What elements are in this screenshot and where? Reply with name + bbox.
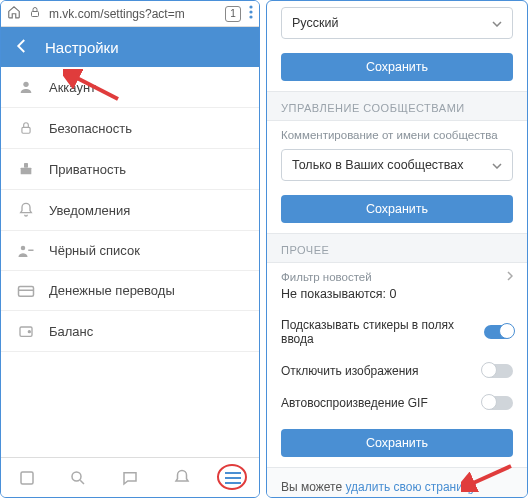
save-button[interactable]: Сохранить xyxy=(281,195,513,223)
sidebar-item-blacklist[interactable]: Чёрный список xyxy=(1,231,259,271)
item-label: Баланс xyxy=(49,324,93,339)
home-icon[interactable] xyxy=(7,5,21,22)
card-icon xyxy=(17,284,35,298)
back-arrow-icon[interactable] xyxy=(13,37,31,58)
page-title: Настройки xyxy=(45,39,119,56)
tab-count-badge[interactable]: 1 xyxy=(225,6,241,22)
sidebar-item-money[interactable]: Денежные переводы xyxy=(1,271,259,311)
select-value: Только в Ваших сообществах xyxy=(292,158,464,172)
svg-point-11 xyxy=(28,331,30,333)
chevron-down-icon xyxy=(492,158,502,172)
item-label: Аккаунт xyxy=(49,80,96,95)
nav-search-icon[interactable] xyxy=(68,469,88,487)
svg-point-3 xyxy=(249,15,252,18)
svg-rect-12 xyxy=(21,472,33,484)
svg-rect-0 xyxy=(32,12,39,17)
svg-point-13 xyxy=(72,472,81,481)
item-label: Денежные переводы xyxy=(49,283,175,298)
svg-rect-6 xyxy=(21,168,32,175)
section-other: ПРОЧЕЕ xyxy=(267,233,527,263)
item-label: Приватность xyxy=(49,162,126,177)
address-bar: m.vk.com/settings?act=m 1 xyxy=(1,1,259,27)
item-label: Чёрный список xyxy=(49,243,140,258)
blacklist-icon xyxy=(17,244,35,258)
svg-point-4 xyxy=(23,82,28,87)
toggle-gif[interactable]: Автовоспроизведение GIF xyxy=(267,387,527,419)
save-button[interactable]: Сохранить xyxy=(281,429,513,457)
svg-point-8 xyxy=(21,245,26,250)
toggle-switch[interactable] xyxy=(484,325,513,339)
sidebar-item-account[interactable]: Аккаунт xyxy=(1,67,259,108)
nav-menu-icon[interactable] xyxy=(223,471,243,485)
left-phone: m.vk.com/settings?act=m 1 Настройки Акка… xyxy=(0,0,260,498)
toggle-stickers[interactable]: Подсказывать стикеры в полях ввода xyxy=(267,309,527,355)
url-text[interactable]: m.vk.com/settings?act=m xyxy=(49,7,217,21)
svg-rect-9 xyxy=(19,286,34,296)
lock-icon xyxy=(29,6,41,21)
delete-page-link[interactable]: удалить свою страницу. xyxy=(345,480,478,494)
user-icon xyxy=(17,79,35,95)
svg-rect-5 xyxy=(22,127,30,133)
nav-messages-icon[interactable] xyxy=(120,469,140,487)
comment-select[interactable]: Только в Ваших сообществах xyxy=(281,149,513,181)
language-select[interactable]: Русский xyxy=(281,7,513,39)
svg-point-2 xyxy=(249,10,252,13)
toggle-images[interactable]: Отключить изображения xyxy=(267,355,527,387)
svg-point-1 xyxy=(249,5,252,8)
chevron-down-icon xyxy=(492,16,502,30)
toggle-switch[interactable] xyxy=(483,396,513,410)
comment-label: Комментирование от имени сообщества xyxy=(267,121,527,145)
nav-notif-icon[interactable] xyxy=(172,469,192,487)
browser-menu-icon[interactable] xyxy=(249,5,253,22)
sidebar-item-security[interactable]: Безопасность xyxy=(1,108,259,149)
item-label: Уведомления xyxy=(49,203,130,218)
save-button[interactable]: Сохранить xyxy=(281,53,513,81)
settings-header: Настройки xyxy=(1,27,259,67)
nav-news-icon[interactable] xyxy=(17,469,37,487)
svg-rect-7 xyxy=(24,163,28,168)
bell-icon xyxy=(17,202,35,218)
chevron-right-icon xyxy=(507,271,513,283)
settings-list: Аккаунт Безопасность Приватность Уведомл… xyxy=(1,67,259,457)
filter-value[interactable]: Не показываются: 0 xyxy=(267,287,527,309)
delete-page-footer: Вы можете удалить свою страницу. xyxy=(267,467,527,498)
lock-icon xyxy=(17,120,35,136)
filter-label: Фильтр новостей xyxy=(267,263,527,287)
right-phone: Русский Сохранить УПРАВЛЕНИЕ СООБЩЕСТВАМ… xyxy=(266,0,528,498)
sidebar-item-privacy[interactable]: Приватность xyxy=(1,149,259,190)
toggle-switch[interactable] xyxy=(483,364,513,378)
sidebar-item-balance[interactable]: Баланс xyxy=(1,311,259,352)
wallet-icon xyxy=(17,323,35,339)
select-value: Русский xyxy=(292,16,338,30)
section-communities: УПРАВЛЕНИЕ СООБЩЕСТВАМИ xyxy=(267,91,527,121)
bottom-nav xyxy=(1,457,259,497)
item-label: Безопасность xyxy=(49,121,132,136)
sidebar-item-notifications[interactable]: Уведомления xyxy=(1,190,259,231)
privacy-icon xyxy=(17,161,35,177)
